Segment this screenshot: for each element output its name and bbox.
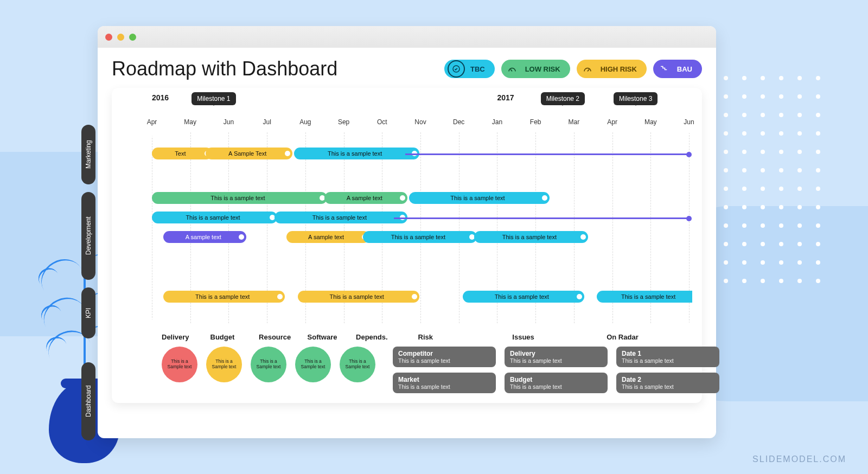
- dash-header: On Radar: [607, 333, 692, 341]
- track-label-dashboard[interactable]: Dashboard: [81, 362, 95, 440]
- dash-header: Budget: [210, 333, 251, 341]
- chip-title: Date 1: [622, 350, 714, 357]
- chip-title: Delivery: [510, 350, 602, 357]
- track-label-marketing[interactable]: Marketing: [81, 125, 95, 184]
- chip-sub: This is a sample text: [622, 383, 714, 390]
- dash-header: Delivery: [162, 333, 202, 341]
- dash-header: Depends.: [356, 333, 396, 341]
- chip-sub: This is a sample text: [398, 383, 490, 390]
- info-chip[interactable]: MarketThis is a sample text: [393, 373, 496, 393]
- month-label: May: [184, 118, 196, 126]
- info-chip[interactable]: Date 1This is a sample text: [616, 347, 719, 367]
- gantt-bar[interactable]: A sample text: [163, 231, 246, 243]
- app-window: Roadmap with Dashboard TBCLOW RISKHIGH R…: [98, 26, 716, 438]
- page-title: Roadmap with Dashboard: [112, 57, 337, 80]
- month-label: Nov: [414, 118, 426, 126]
- status-circle[interactable]: This is a Sample text: [251, 347, 286, 382]
- bar-label: A Sample Text: [228, 150, 266, 157]
- timeline-grid: TextA Sample TextThis is a sample textTh…: [152, 132, 692, 323]
- year-label: 2016: [152, 93, 169, 102]
- gantt-bar[interactable]: This is a sample text: [463, 291, 584, 303]
- track-label-development[interactable]: Development: [81, 192, 95, 280]
- chip-sub: This is a sample text: [510, 357, 602, 364]
- status-circle[interactable]: This is a Sample text: [340, 347, 375, 382]
- svg-line-1: [510, 69, 512, 72]
- dash-header: Resource: [259, 333, 299, 341]
- legend-high-risk[interactable]: HIGH RISK: [577, 60, 647, 78]
- bar-label: This is a sample text: [502, 234, 557, 240]
- bar-label: This is a sample text: [330, 293, 384, 300]
- gantt-bar[interactable]: This is a sample text: [363, 231, 477, 243]
- year-label: 2017: [497, 93, 514, 102]
- month-label: Jul: [263, 118, 271, 126]
- legend-low-risk[interactable]: LOW RISK: [501, 60, 570, 78]
- info-chip[interactable]: BudgetThis is a sample text: [505, 373, 608, 393]
- bg-dots: [705, 76, 835, 282]
- gantt-bar[interactable]: This is a sample text: [294, 148, 419, 159]
- milestone-marker[interactable]: Milestone 1: [192, 92, 235, 105]
- month-label: May: [644, 118, 657, 126]
- gantt-bar[interactable]: This is a sample text: [152, 192, 327, 204]
- gauge-high-icon: [580, 61, 595, 76]
- svg-line-2: [588, 69, 589, 72]
- milestone-marker[interactable]: Milestone 2: [541, 92, 585, 105]
- dashboard-strip: DeliveryBudgetResourceSoftwareDepends.Ri…: [152, 333, 692, 393]
- gantt-bar[interactable]: A sample text: [286, 231, 369, 243]
- month-label: Feb: [530, 118, 541, 126]
- gantt-bar[interactable]: This is a sample text: [275, 212, 407, 223]
- legend-label: TBC: [470, 65, 485, 73]
- status-circle[interactable]: This is a Sample text: [295, 347, 331, 382]
- bar-label: A sample text: [347, 195, 382, 201]
- dash-header: Software: [308, 333, 348, 341]
- month-label: Jun: [684, 118, 694, 126]
- watermark: SLIDEMODEL.COM: [752, 454, 846, 464]
- gantt-bar[interactable]: Text: [152, 148, 212, 159]
- info-chip[interactable]: DeliveryThis is a sample text: [505, 347, 608, 367]
- bar-label: This is a sample text: [621, 293, 675, 300]
- info-chip[interactable]: Date 2This is a sample text: [616, 373, 719, 393]
- status-circle[interactable]: This is a Sample text: [162, 347, 197, 382]
- gantt-bar[interactable]: A Sample Text: [206, 148, 292, 159]
- month-label: Sep: [338, 118, 349, 126]
- month-label: Oct: [377, 118, 387, 126]
- gantt-bar[interactable]: This is a sample text: [474, 231, 588, 243]
- dash-header: Issues: [512, 333, 598, 341]
- window-maximize-icon[interactable]: [129, 34, 136, 41]
- month-label: Jun: [224, 118, 234, 126]
- legend-bau[interactable]: BAU: [653, 60, 702, 78]
- gantt-bar[interactable]: This is a sample text: [163, 291, 285, 303]
- steps-icon: [656, 61, 672, 76]
- gantt-bar[interactable]: This is a sample text: [298, 291, 419, 303]
- bar-label: This is a sample text: [195, 293, 250, 300]
- chip-sub: This is a sample text: [398, 357, 490, 364]
- status-circle[interactable]: This is a Sample text: [206, 347, 242, 382]
- gantt-bar[interactable]: This is a sample text: [597, 291, 692, 303]
- month-label: Aug: [299, 118, 311, 126]
- bar-label: This is a sample text: [450, 195, 505, 201]
- legend-tbc[interactable]: TBC: [444, 60, 495, 78]
- check-badge-icon: [448, 60, 465, 78]
- bar-label: This is a sample text: [210, 195, 265, 201]
- window-titlebar: [98, 26, 716, 48]
- chip-title: Competitor: [398, 350, 490, 357]
- track-label-kpi[interactable]: KPI: [81, 287, 95, 338]
- info-chip[interactable]: CompetitorThis is a sample text: [393, 347, 496, 367]
- bar-label: This is a sample text: [391, 234, 445, 240]
- bar-label: This is a sample text: [312, 214, 367, 221]
- month-label: Apr: [147, 118, 157, 126]
- milestone-marker[interactable]: Milestone 3: [614, 92, 658, 105]
- chip-sub: This is a sample text: [510, 383, 602, 390]
- gantt-bar[interactable]: This is a sample text: [409, 192, 550, 204]
- gantt-bar[interactable]: This is a sample text: [152, 212, 277, 223]
- legend-label: LOW RISK: [525, 65, 560, 73]
- gauge-low-icon: [505, 61, 520, 76]
- bar-label: A sample text: [308, 234, 344, 240]
- bar-label: Text: [175, 150, 186, 157]
- window-minimize-icon[interactable]: [117, 34, 124, 41]
- month-label: Dec: [453, 118, 464, 126]
- window-close-icon[interactable]: [105, 34, 112, 41]
- month-label: Jan: [492, 118, 502, 126]
- timeline-header: 20162017Milestone 1Milestone 2Milestone …: [152, 93, 692, 118]
- gantt-bar[interactable]: A sample text: [324, 192, 407, 204]
- timeline-panel: MarketingDevelopmentKPIDashboard 2016201…: [112, 88, 702, 403]
